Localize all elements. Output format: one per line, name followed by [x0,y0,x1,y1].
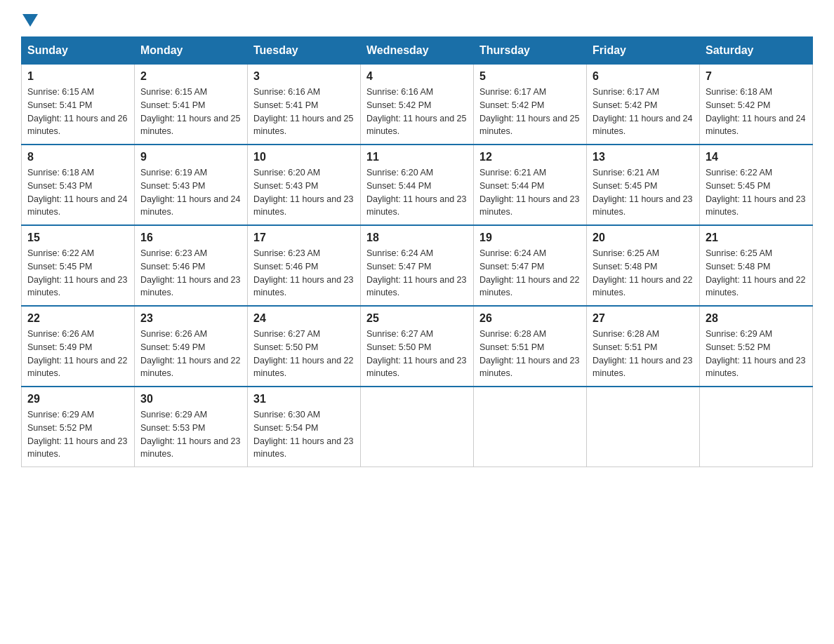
day-info: Sunrise: 6:23 AMSunset: 5:46 PMDaylight:… [253,247,355,300]
calendar-table: SundayMondayTuesdayWednesdayThursdayFrid… [21,36,813,467]
calendar-cell: 8 Sunrise: 6:18 AMSunset: 5:43 PMDayligh… [22,145,135,225]
day-info: Sunrise: 6:20 AMSunset: 5:43 PMDaylight:… [253,166,355,219]
day-number: 28 [706,312,807,325]
calendar-cell: 18 Sunrise: 6:24 AMSunset: 5:47 PMDaylig… [361,225,474,306]
calendar-cell [700,387,813,467]
day-info: Sunrise: 6:26 AMSunset: 5:49 PMDaylight:… [27,328,128,380]
day-info: Sunrise: 6:17 AMSunset: 5:42 PMDaylight:… [479,86,581,138]
day-number: 6 [593,70,694,83]
day-number: 13 [593,151,694,163]
day-info: Sunrise: 6:26 AMSunset: 5:49 PMDaylight:… [140,328,241,380]
day-number: 31 [253,393,355,405]
day-number: 2 [140,70,241,83]
day-info: Sunrise: 6:28 AMSunset: 5:51 PMDaylight:… [479,328,581,380]
day-number: 7 [706,70,807,83]
day-number: 14 [706,151,807,163]
calendar-cell: 16 Sunrise: 6:23 AMSunset: 5:46 PMDaylig… [135,225,248,306]
day-number: 10 [253,151,355,163]
calendar-cell: 31 Sunrise: 6:30 AMSunset: 5:54 PMDaylig… [248,387,361,467]
calendar-week-row: 8 Sunrise: 6:18 AMSunset: 5:43 PMDayligh… [22,145,813,225]
day-info: Sunrise: 6:16 AMSunset: 5:42 PMDaylight:… [366,86,468,138]
day-number: 18 [366,232,468,244]
day-number: 23 [140,312,241,325]
calendar-cell [587,387,700,467]
day-info: Sunrise: 6:28 AMSunset: 5:51 PMDaylight:… [593,328,694,380]
day-info: Sunrise: 6:27 AMSunset: 5:50 PMDaylight:… [253,328,355,380]
day-info: Sunrise: 6:29 AMSunset: 5:52 PMDaylight:… [706,328,807,380]
calendar-cell: 15 Sunrise: 6:22 AMSunset: 5:45 PMDaylig… [22,225,135,306]
day-info: Sunrise: 6:18 AMSunset: 5:43 PMDaylight:… [27,166,128,219]
day-number: 8 [27,151,128,163]
day-number: 21 [706,232,807,244]
day-number: 29 [27,393,128,405]
day-info: Sunrise: 6:15 AMSunset: 5:41 PMDaylight:… [27,86,128,138]
calendar-cell: 4 Sunrise: 6:16 AMSunset: 5:42 PMDayligh… [361,65,474,145]
svg-marker-0 [22,14,38,27]
calendar-cell: 29 Sunrise: 6:29 AMSunset: 5:52 PMDaylig… [22,387,135,467]
day-info: Sunrise: 6:18 AMSunset: 5:42 PMDaylight:… [706,86,807,138]
day-info: Sunrise: 6:17 AMSunset: 5:42 PMDaylight:… [593,86,694,138]
page-header [21,14,813,29]
day-number: 5 [479,70,581,83]
calendar-week-row: 15 Sunrise: 6:22 AMSunset: 5:45 PMDaylig… [22,225,813,306]
day-info: Sunrise: 6:21 AMSunset: 5:45 PMDaylight:… [593,166,694,219]
calendar-cell: 22 Sunrise: 6:26 AMSunset: 5:49 PMDaylig… [22,306,135,387]
day-number: 22 [27,312,128,325]
calendar-cell: 28 Sunrise: 6:29 AMSunset: 5:52 PMDaylig… [700,306,813,387]
day-info: Sunrise: 6:23 AMSunset: 5:46 PMDaylight:… [140,247,241,300]
day-number: 12 [479,151,581,163]
day-info: Sunrise: 6:15 AMSunset: 5:41 PMDaylight:… [140,86,241,138]
calendar-week-row: 22 Sunrise: 6:26 AMSunset: 5:49 PMDaylig… [22,306,813,387]
day-info: Sunrise: 6:21 AMSunset: 5:44 PMDaylight:… [479,166,581,219]
calendar-cell [474,387,587,467]
calendar-header-saturday: Saturday [700,37,813,65]
calendar-cell: 25 Sunrise: 6:27 AMSunset: 5:50 PMDaylig… [361,306,474,387]
day-number: 27 [593,312,694,325]
day-number: 4 [366,70,468,83]
day-info: Sunrise: 6:25 AMSunset: 5:48 PMDaylight:… [593,247,694,300]
calendar-header-sunday: Sunday [22,37,135,65]
calendar-cell: 1 Sunrise: 6:15 AMSunset: 5:41 PMDayligh… [22,65,135,145]
calendar-header-friday: Friday [587,37,700,65]
calendar-header-wednesday: Wednesday [361,37,474,65]
calendar-cell: 13 Sunrise: 6:21 AMSunset: 5:45 PMDaylig… [587,145,700,225]
calendar-cell: 2 Sunrise: 6:15 AMSunset: 5:41 PMDayligh… [135,65,248,145]
day-info: Sunrise: 6:27 AMSunset: 5:50 PMDaylight:… [366,328,468,380]
calendar-cell: 14 Sunrise: 6:22 AMSunset: 5:45 PMDaylig… [700,145,813,225]
day-info: Sunrise: 6:20 AMSunset: 5:44 PMDaylight:… [366,166,468,219]
day-info: Sunrise: 6:24 AMSunset: 5:47 PMDaylight:… [366,247,468,300]
day-number: 24 [253,312,355,325]
logo [21,14,38,29]
day-info: Sunrise: 6:22 AMSunset: 5:45 PMDaylight:… [27,247,128,300]
calendar-cell: 6 Sunrise: 6:17 AMSunset: 5:42 PMDayligh… [587,65,700,145]
day-number: 20 [593,232,694,244]
calendar-cell: 12 Sunrise: 6:21 AMSunset: 5:44 PMDaylig… [474,145,587,225]
calendar-cell: 30 Sunrise: 6:29 AMSunset: 5:53 PMDaylig… [135,387,248,467]
day-info: Sunrise: 6:19 AMSunset: 5:43 PMDaylight:… [140,166,241,219]
calendar-cell [361,387,474,467]
calendar-cell: 17 Sunrise: 6:23 AMSunset: 5:46 PMDaylig… [248,225,361,306]
day-number: 19 [479,232,581,244]
logo-triangle-icon [22,14,38,27]
calendar-cell: 10 Sunrise: 6:20 AMSunset: 5:43 PMDaylig… [248,145,361,225]
day-info: Sunrise: 6:24 AMSunset: 5:47 PMDaylight:… [479,247,581,300]
day-info: Sunrise: 6:30 AMSunset: 5:54 PMDaylight:… [253,408,355,461]
day-number: 26 [479,312,581,325]
calendar-week-row: 29 Sunrise: 6:29 AMSunset: 5:52 PMDaylig… [22,387,813,467]
calendar-cell: 5 Sunrise: 6:17 AMSunset: 5:42 PMDayligh… [474,65,587,145]
calendar-cell: 24 Sunrise: 6:27 AMSunset: 5:50 PMDaylig… [248,306,361,387]
calendar-cell: 21 Sunrise: 6:25 AMSunset: 5:48 PMDaylig… [700,225,813,306]
calendar-cell: 23 Sunrise: 6:26 AMSunset: 5:49 PMDaylig… [135,306,248,387]
calendar-cell: 20 Sunrise: 6:25 AMSunset: 5:48 PMDaylig… [587,225,700,306]
day-number: 1 [27,70,128,83]
day-number: 30 [140,393,241,405]
calendar-cell: 27 Sunrise: 6:28 AMSunset: 5:51 PMDaylig… [587,306,700,387]
day-number: 17 [253,232,355,244]
day-info: Sunrise: 6:29 AMSunset: 5:53 PMDaylight:… [140,408,241,461]
day-number: 9 [140,151,241,163]
calendar-cell: 3 Sunrise: 6:16 AMSunset: 5:41 PMDayligh… [248,65,361,145]
day-number: 11 [366,151,468,163]
calendar-week-row: 1 Sunrise: 6:15 AMSunset: 5:41 PMDayligh… [22,65,813,145]
day-info: Sunrise: 6:25 AMSunset: 5:48 PMDaylight:… [706,247,807,300]
calendar-header-tuesday: Tuesday [248,37,361,65]
